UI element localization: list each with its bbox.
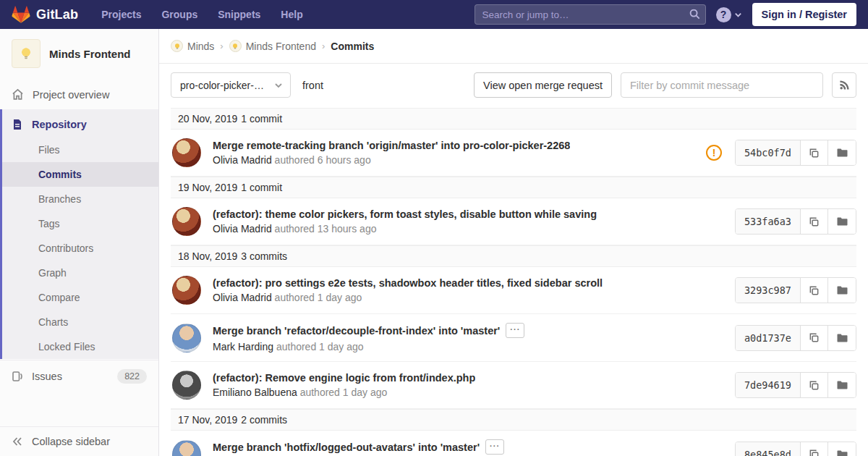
folder-icon <box>836 284 848 296</box>
commit-title-link[interactable]: (refactor): pro settings e2e tests, shad… <box>213 277 603 289</box>
nav-groups[interactable]: Groups <box>161 9 197 20</box>
commit-author-link[interactable]: Olivia Madrid <box>213 292 272 303</box>
commit-filter-input[interactable] <box>621 72 823 98</box>
collapse-sidebar-button[interactable]: Collapse sidebar <box>0 426 158 456</box>
copy-sha-button[interactable] <box>801 209 828 234</box>
avatar[interactable] <box>172 324 201 352</box>
sidebar-item-compare[interactable]: Compare <box>2 285 158 310</box>
search-input[interactable] <box>475 4 706 25</box>
sidebar-item-locked-files[interactable]: Locked Files <box>2 334 158 359</box>
commits-toolbar: pro-color-picker-… front View open merge… <box>159 64 868 105</box>
commit-author-link[interactable]: Emiliano Balbuena <box>213 387 297 398</box>
commit-row: Merge branch 'refactor/decouple-front-in… <box>171 314 856 362</box>
commit-date-header: 17 Nov, 20192 commits <box>171 409 856 431</box>
avatar[interactable] <box>172 440 201 456</box>
breadcrumb-group[interactable]: Minds <box>171 40 214 52</box>
commit-sha-group: a0d1737e <box>735 325 856 351</box>
project-avatar-icon <box>229 40 242 52</box>
commit-title-link[interactable]: (refactor): theme color pickers, form to… <box>213 208 597 220</box>
commit-title-link[interactable]: Merge branch 'hotfix/logged-out-avatars'… <box>213 442 480 453</box>
commit-title-link[interactable]: (refactor): Remove engine logic from fro… <box>213 372 475 384</box>
browse-files-button[interactable] <box>828 140 856 165</box>
sidebar-item-commits[interactable]: Commits <box>2 162 158 187</box>
home-icon <box>12 88 24 101</box>
copy-sha-button[interactable] <box>801 278 828 303</box>
rss-icon <box>839 80 850 90</box>
commit-title-link[interactable]: Merge remote-tracking branch 'origin/mas… <box>213 140 570 151</box>
commit-sha: 54bc0f7d <box>736 140 801 165</box>
double-chevron-left-icon <box>12 436 23 447</box>
sidebar-item-tags[interactable]: Tags <box>2 211 158 236</box>
collapse-sidebar-label: Collapse sidebar <box>32 436 110 447</box>
avatar[interactable] <box>172 276 201 305</box>
avatar[interactable] <box>172 207 201 236</box>
top-navbar: GitLab Projects Groups Snippets Help ? S… <box>0 0 868 29</box>
sidebar-item-charts[interactable]: Charts <box>2 310 158 334</box>
commit-author-link[interactable]: Olivia Madrid <box>213 154 272 166</box>
nav-projects[interactable]: Projects <box>101 9 141 20</box>
avatar[interactable] <box>172 371 201 400</box>
group-avatar-icon <box>171 40 183 52</box>
folder-icon <box>836 216 848 227</box>
copy-sha-button[interactable] <box>801 373 828 397</box>
gitlab-logo[interactable]: GitLab <box>12 5 78 24</box>
copy-icon <box>809 380 820 391</box>
avatar[interactable] <box>172 138 201 167</box>
sidebar-item-files[interactable]: Files <box>2 138 158 162</box>
nav-help[interactable]: Help <box>281 9 302 20</box>
folder-icon <box>836 379 848 391</box>
copy-sha-button[interactable] <box>801 140 828 165</box>
commit-sha-group: 7de94619 <box>735 372 856 398</box>
copy-icon <box>809 216 820 227</box>
nav-snippets[interactable]: Snippets <box>218 9 260 20</box>
chevron-down-icon <box>274 81 283 90</box>
commit-sha: 7de94619 <box>736 373 801 397</box>
expand-commit-description-button[interactable]: ··· <box>485 439 504 455</box>
breadcrumb-separator: › <box>220 41 223 51</box>
sidebar-item-project-overview[interactable]: Project overview <box>0 80 158 109</box>
browse-files-button[interactable] <box>828 326 856 350</box>
copy-icon <box>809 449 820 456</box>
breadcrumb-separator: › <box>322 41 325 51</box>
main-nav: Projects Groups Snippets Help <box>101 9 303 20</box>
copy-sha-button[interactable] <box>801 442 828 456</box>
sidebar-project-name: Minds Frontend <box>49 48 131 60</box>
help-menu[interactable]: ? <box>716 7 742 22</box>
rss-feed-button[interactable] <box>832 72 856 98</box>
sidebar-item-branches[interactable]: Branches <box>2 187 158 211</box>
commit-title-link[interactable]: Merge branch 'refactor/decouple-front-in… <box>213 325 500 337</box>
browse-files-button[interactable] <box>828 209 856 234</box>
commit-author-link[interactable]: Mark Harding <box>213 341 273 352</box>
breadcrumb-project[interactable]: Minds Frontend <box>229 40 316 52</box>
sidebar-item-issues[interactable]: Issues 822 <box>0 360 158 392</box>
commit-authored-time: authored 1 day ago <box>275 292 362 303</box>
main-content: Minds › Minds Frontend › Commits pro-col… <box>159 29 868 456</box>
sign-in-register-button[interactable]: Sign in / Register <box>752 3 856 26</box>
browse-files-button[interactable] <box>828 373 856 397</box>
sidebar-item-contributors[interactable]: Contributors <box>2 236 158 261</box>
view-open-merge-request-button[interactable]: View open merge request <box>474 72 612 98</box>
commit-list: 20 Nov, 20191 commit Merge remote-tracki… <box>171 108 856 456</box>
commit-row: (refactor): theme color pickers, form to… <box>171 198 856 245</box>
sidebar-project-header[interactable]: Minds Frontend <box>0 29 158 80</box>
commit-author-link[interactable]: Olivia Madrid <box>213 223 272 235</box>
ci-status-warning-icon[interactable]: ! <box>706 145 722 161</box>
expand-commit-description-button[interactable]: ··· <box>506 323 524 338</box>
browse-files-button[interactable] <box>828 442 856 456</box>
question-icon: ? <box>716 7 731 22</box>
sidebar-item-graph[interactable]: Graph <box>2 261 158 285</box>
branch-selector-dropdown[interactable]: pro-color-picker-… <box>171 72 291 98</box>
branch-selector-value: pro-color-picker-… <box>180 80 264 91</box>
sidebar-item-repository[interactable]: Repository <box>2 109 158 138</box>
commit-sha-group: 54bc0f7d <box>735 140 856 166</box>
global-search <box>475 4 706 25</box>
commit-date-header: 20 Nov, 20191 commit <box>171 108 856 130</box>
commit-sha-group: 533fa6a3 <box>735 208 856 235</box>
folder-icon <box>836 332 848 344</box>
commit-row: Merge branch 'hotfix/logged-out-avatars'… <box>171 431 856 456</box>
browse-files-button[interactable] <box>828 278 856 303</box>
gitlab-tanuki-icon <box>12 5 30 24</box>
folder-icon <box>836 449 848 456</box>
commit-sha: 3293c987 <box>736 278 801 303</box>
copy-sha-button[interactable] <box>801 326 828 350</box>
